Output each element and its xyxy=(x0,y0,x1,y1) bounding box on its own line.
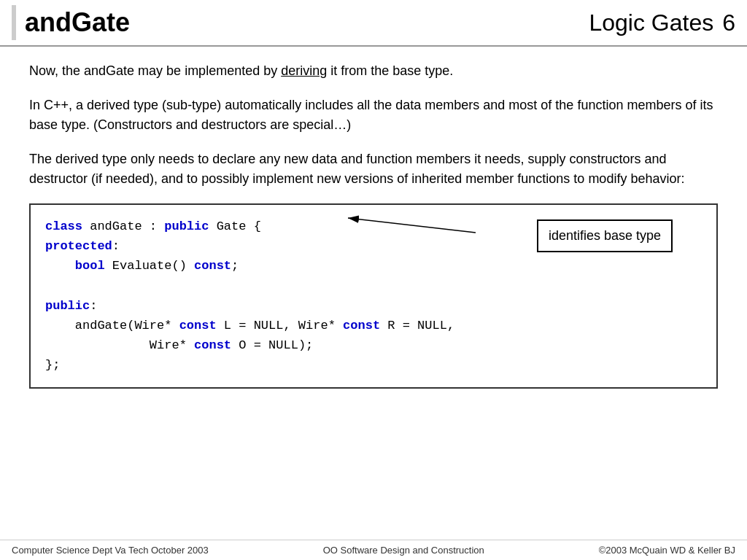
kw-const-2: const xyxy=(179,319,217,332)
code-line-8: }; xyxy=(45,355,702,375)
code-line-1: class andGate : public Gate { xyxy=(45,217,702,236)
code-line-7: Wire* const O = NULL); xyxy=(45,335,702,355)
slide-topic: Logic Gates xyxy=(589,9,713,36)
kw-const-4: const xyxy=(194,338,231,352)
header-accent-bar xyxy=(12,5,16,40)
paragraph-3: The derived type only needs to declare a… xyxy=(29,149,718,189)
slide-header: andGate Logic Gates 6 xyxy=(0,0,747,47)
paragraph-1: Now, the andGate may be implemented by d… xyxy=(29,61,718,81)
code-line-4 xyxy=(45,276,702,296)
code-line-3: bool Evaluate() const; xyxy=(45,256,702,276)
code-line-2: protected: xyxy=(45,236,702,256)
paragraph-2: In C++, a derived type (sub-type) automa… xyxy=(29,96,718,135)
kw-class: class xyxy=(45,219,82,233)
code-line-5: public: xyxy=(45,296,702,316)
code-line-6: andGate(Wire* const L = NULL, Wire* cons… xyxy=(45,316,702,335)
kw-protected: protected xyxy=(45,239,112,253)
kw-public-1: public xyxy=(164,219,209,233)
slide-title: andGate xyxy=(25,7,589,38)
kw-const-3: const xyxy=(343,319,380,332)
footer-institution: Computer Science Dept Va Tech October 20… xyxy=(12,545,209,556)
kw-bool: bool xyxy=(75,259,105,273)
kw-const-1: const xyxy=(194,259,231,273)
footer: Computer Science Dept Va Tech October 20… xyxy=(0,540,747,560)
footer-course: OO Software Design and Construction xyxy=(323,545,484,556)
deriving-word: deriving xyxy=(281,63,327,78)
footer-copyright: ©2003 McQuain WD & Keller BJ xyxy=(599,545,735,556)
header-right: Logic Gates 6 xyxy=(589,9,735,36)
code-block: class andGate : public Gate { protected:… xyxy=(29,203,718,389)
kw-public-2: public xyxy=(45,299,90,313)
slide-number: 6 xyxy=(722,9,735,36)
main-content: Now, the andGate may be implemented by d… xyxy=(0,47,747,403)
